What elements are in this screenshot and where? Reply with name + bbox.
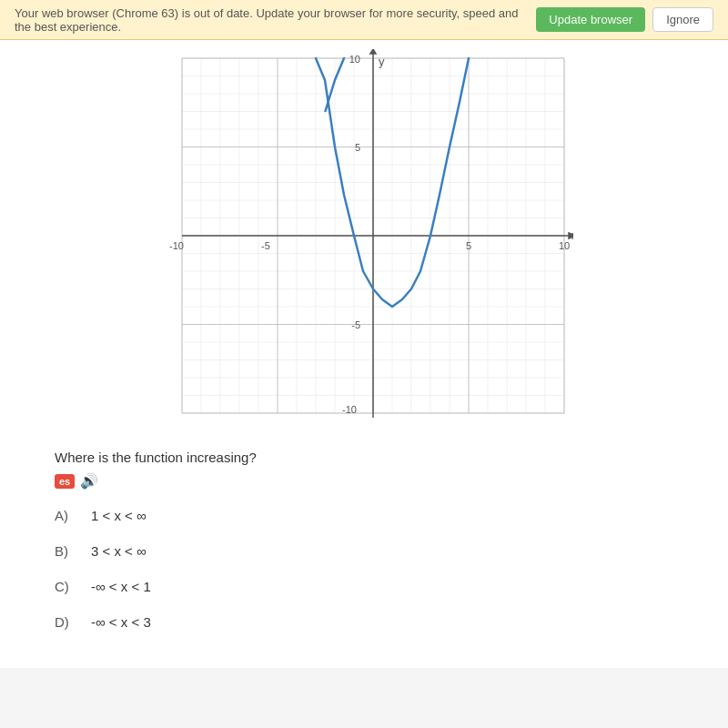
main-content: x y -5 -10 5 10 5 10 -5 -10 [0,40,728,668]
browser-banner: Your web browser (Chrome 63) is out of d… [0,0,728,40]
graph-svg: x y -5 -10 5 10 5 10 -5 -10 [155,49,573,431]
question-text: Where is the function increasing? [55,450,673,465]
x-tick-5: 5 [466,240,471,251]
ignore-button[interactable]: Ignore [652,7,713,32]
banner-text: Your web browser (Chrome 63) is out of d… [15,6,527,34]
choice-d-text: -∞ < x < 3 [91,614,151,630]
update-browser-button[interactable]: Update browser [536,7,645,32]
audio-icon[interactable]: 🔊 [80,472,98,490]
choice-b-letter: B) [55,543,91,559]
choice-d-letter: D) [55,614,91,630]
y-tick-10: 10 [349,54,360,65]
choice-a-text: 1 < x < ∞ [91,508,147,523]
choice-c-letter: C) [55,579,91,594]
graph-container: x y -5 -10 5 10 5 10 -5 -10 [155,49,573,431]
x-axis-label: x [571,228,573,242]
x-tick-10: 10 [559,240,570,251]
y-tick-neg5: -5 [351,319,360,330]
y-tick-neg10: -10 [342,404,357,415]
choice-d: D) -∞ < x < 3 [55,614,673,630]
choice-a: A) 1 < x < ∞ [55,508,673,523]
x-tick-neg5: -5 [261,240,270,251]
choice-b: B) 3 < x < ∞ [55,543,673,559]
language-badge[interactable]: es [55,474,75,489]
choice-b-text: 3 < x < ∞ [91,543,147,559]
choice-c: C) -∞ < x < 1 [55,579,673,594]
answer-choices: A) 1 < x < ∞ B) 3 < x < ∞ C) -∞ < x < 1 … [55,508,673,630]
y-tick-5: 5 [355,142,360,153]
x-tick-neg10: -10 [169,240,184,251]
choice-c-text: -∞ < x < 1 [91,579,151,594]
audio-controls: es 🔊 [55,472,673,490]
choice-a-letter: A) [55,508,91,523]
svg-marker-54 [370,49,376,54]
y-axis-label: y [379,55,385,68]
question-area: Where is the function increasing? es 🔊 A… [0,431,728,668]
banner-buttons: Update browser Ignore [536,7,713,32]
